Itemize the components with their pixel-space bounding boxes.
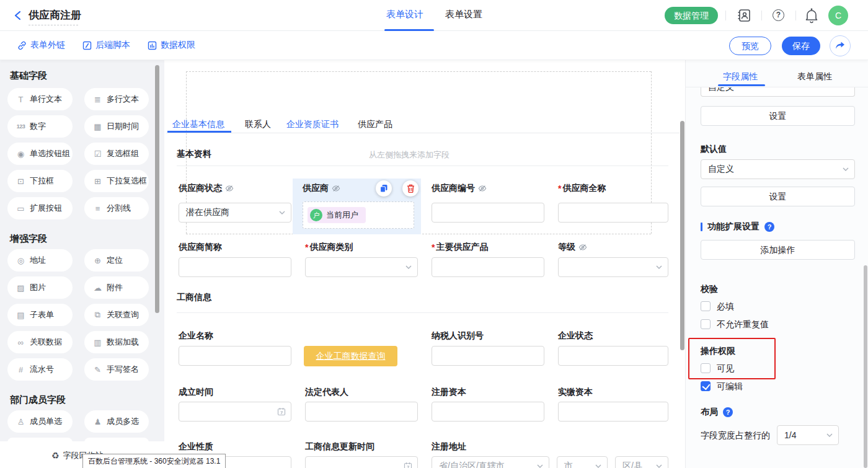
field-item-attachment[interactable]: ☁附件	[84, 276, 149, 299]
field-item-dropdown[interactable]: ⊡下拉框	[7, 170, 73, 192]
back-icon[interactable]	[14, 11, 22, 20]
company-status-input[interactable]	[558, 346, 668, 366]
no-duplicate-checkbox-label[interactable]: 不允许重复值	[717, 319, 769, 330]
field-item-datetime[interactable]: ▦日期时间	[84, 115, 149, 138]
field-item-relation-data[interactable]: ∞关联数据	[7, 331, 73, 353]
district-select[interactable]: 区/县	[615, 456, 668, 468]
field-item-data-load[interactable]: ▥数据加载	[84, 331, 149, 353]
preview-button[interactable]: 预览	[729, 37, 771, 55]
establish-date-input[interactable]	[179, 402, 291, 422]
field-item-image[interactable]: ▨图片	[7, 276, 73, 299]
selected-field-supplier[interactable]: 供应商 户 当前用户	[293, 179, 421, 234]
editable-checkbox[interactable]	[701, 381, 711, 391]
field-item-member-single[interactable]: ♙成员单选	[7, 410, 73, 433]
tab-form-design[interactable]: 表单设计	[386, 9, 423, 20]
form-design-canvas: 企业基本信息 联系人 企业资质证书 供应产品 基本资料 从左侧拖拽来添加字段 供…	[164, 60, 685, 468]
add-action-button[interactable]: 添加操作	[701, 240, 855, 260]
field-item-subform[interactable]: ▤子表单	[7, 304, 73, 326]
tab-field-properties[interactable]: 字段属性	[723, 71, 758, 82]
field-item-number[interactable]: 123数字	[7, 115, 73, 138]
field-item-relation-query[interactable]: ⧉关联查询	[84, 304, 149, 326]
help-icon[interactable]: ?	[773, 9, 784, 21]
city-select[interactable]: 市	[557, 456, 608, 468]
form-tab-active-underline	[167, 131, 231, 133]
supplier-code-label: 供应商编号	[432, 183, 487, 194]
business-data-query-button[interactable]: 企业工商数据查询	[304, 346, 397, 366]
data-permission-link[interactable]: 数据权限	[148, 40, 195, 51]
field-item-location[interactable]: ⊕定位	[84, 249, 149, 272]
form-tab-products[interactable]: 供应产品	[358, 119, 392, 130]
tab-form-settings[interactable]: 表单设置	[445, 9, 482, 20]
field-item-signature[interactable]: ✎手写签名	[84, 358, 149, 381]
field-item-serial-number[interactable]: #流水号	[7, 358, 73, 381]
default-value-select[interactable]: 自定义	[701, 159, 855, 179]
member-single-icon: ♙	[16, 417, 26, 426]
field-item-single-text[interactable]: T单行文本	[7, 88, 73, 110]
canvas-scrollbar[interactable]	[680, 121, 684, 350]
visible-checkbox[interactable]	[701, 363, 711, 373]
address-icon: ◎	[16, 256, 26, 265]
divider-icon: ≡	[92, 204, 103, 213]
clipped-select[interactable]: 自定义	[701, 87, 855, 97]
province-select[interactable]: 省/自治区/直辖市	[432, 456, 549, 468]
main-products-input[interactable]	[432, 257, 544, 277]
form-tab-qualification[interactable]: 企业资质证书	[286, 119, 339, 130]
required-checkbox[interactable]	[701, 301, 711, 311]
current-user-tag[interactable]: 户 当前用户	[308, 207, 366, 223]
share-button[interactable]	[830, 35, 851, 56]
visible-checkbox-label[interactable]: 可见	[717, 363, 734, 374]
field-item-extend-button[interactable]: ▭扩展按钮	[7, 197, 73, 219]
user-avatar[interactable]: C	[828, 6, 848, 25]
form-tab-company-info[interactable]: 企业基本信息	[172, 119, 224, 130]
help-icon[interactable]: ?	[764, 222, 774, 232]
tax-id-input[interactable]	[432, 346, 544, 366]
supplier-status-select[interactable]: 潜在供应商	[179, 203, 291, 223]
notification-bell-icon[interactable]	[804, 7, 819, 24]
sidebar-scrollbar[interactable]	[155, 65, 159, 313]
hidden-eye-icon	[478, 184, 487, 193]
chevron-down-icon	[279, 211, 285, 214]
chevron-down-icon	[656, 265, 662, 269]
supplier-category-select[interactable]	[305, 257, 418, 277]
field-item-multi-text[interactable]: ≣多行文本	[84, 88, 149, 110]
paid-capital-input[interactable]	[558, 402, 668, 422]
data-manage-button[interactable]: 数据管理	[665, 7, 718, 24]
tab-form-properties[interactable]: 表单属性	[797, 71, 832, 82]
required-checkbox-label[interactable]: 必填	[717, 301, 734, 312]
field-item-divider[interactable]: ≡分割线	[84, 197, 149, 219]
panel-scrollbar[interactable]	[864, 265, 867, 468]
field-item-member-multi[interactable]: ♟成员多选	[84, 410, 149, 433]
settings-button-1[interactable]: 设置	[701, 106, 855, 126]
settings-button-2[interactable]: 设置	[701, 187, 855, 206]
help-icon[interactable]: ?	[723, 407, 733, 417]
delete-field-button[interactable]	[402, 180, 418, 196]
editable-checkbox-label[interactable]: 可编辑	[717, 381, 743, 392]
contact-book-icon[interactable]	[737, 8, 751, 23]
copy-field-button[interactable]	[376, 180, 392, 196]
info-update-time-input[interactable]	[305, 456, 418, 468]
field-item-radio-group[interactable]: ◉单选按钮组	[7, 143, 73, 165]
supplier-fullname-input[interactable]	[558, 203, 668, 223]
page-title: 供应商注册	[29, 8, 81, 22]
save-button[interactable]: 保存	[782, 37, 820, 55]
no-duplicate-checkbox[interactable]	[701, 319, 711, 329]
attachment-icon: ☁	[92, 283, 103, 293]
panel-tab-underline	[718, 84, 765, 86]
field-width-select[interactable]: 1/4	[777, 425, 839, 445]
field-item-address[interactable]: ◎地址	[7, 249, 73, 272]
level-select[interactable]	[558, 257, 668, 277]
chevron-down-icon	[405, 265, 412, 269]
location-icon: ⊕	[92, 256, 103, 265]
company-name-input[interactable]	[179, 346, 291, 366]
field-item-multi-dropdown[interactable]: ⊞下拉复选框	[84, 170, 149, 192]
backend-script-link[interactable]: 后端脚本	[82, 40, 130, 51]
form-tab-contacts[interactable]: 联系人	[245, 119, 271, 130]
supplier-default-input[interactable]: 户 当前用户	[303, 201, 414, 229]
establish-date-label: 成立时间	[179, 387, 213, 398]
form-external-link[interactable]: 表单外链	[17, 40, 65, 51]
supplier-shortname-input[interactable]	[179, 257, 291, 277]
legal-person-input[interactable]	[305, 402, 418, 422]
field-item-checkbox-group[interactable]: ☑复选框组	[84, 143, 149, 165]
supplier-code-input[interactable]	[432, 203, 544, 223]
registered-capital-input[interactable]	[432, 402, 544, 422]
